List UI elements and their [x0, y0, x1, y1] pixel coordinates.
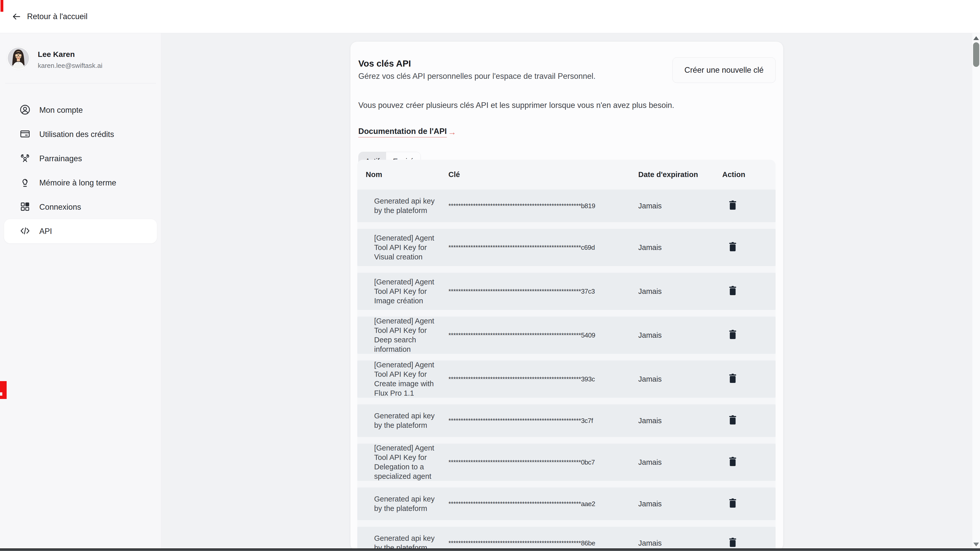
api-keys-card: Vos clés API Gérez vos clés API personne…: [350, 41, 783, 551]
page-subtitle: Gérez vos clés API personnelles pour l'e…: [358, 71, 596, 82]
table-row: [Generated] Agent Tool API Key for Deep …: [357, 317, 776, 354]
key-action-cell: [714, 373, 776, 385]
delete-key-button[interactable]: [729, 329, 737, 340]
key-name-cell: [Generated] Agent Tool API Key for Deleg…: [357, 443, 440, 481]
table-row: Generated api key by the plateform******…: [357, 527, 776, 551]
key-expiration-cell: Jamais: [630, 202, 714, 210]
trash-icon: [729, 381, 737, 385]
key-expiration-cell: Jamais: [630, 458, 714, 467]
bottom-screen-edge: [0, 548, 980, 551]
delete-key-button[interactable]: [729, 286, 737, 296]
scroll-down-arrow-icon[interactable]: [974, 543, 979, 546]
key-value-cell: ****************************************…: [440, 375, 630, 383]
column-header-nom: Nom: [357, 170, 440, 179]
table-row: [Generated] Agent Tool API Key for Image…: [357, 273, 776, 310]
key-name-cell: [Generated] Agent Tool API Key for Deep …: [357, 316, 440, 354]
trash-icon: [729, 337, 737, 341]
column-header-action: Action: [714, 170, 776, 179]
column-header-cl-: Clé: [440, 170, 630, 179]
trash-icon: [729, 208, 737, 211]
trash-icon: [729, 464, 737, 468]
sidebar-item-label: Connexions: [39, 203, 81, 212]
key-name-cell: Generated api key by the plateform: [357, 494, 440, 513]
keys-table-panel: NomCléDate d'expirationAction Generated …: [357, 160, 776, 551]
sidebar-item-label: Mémoire à long terme: [39, 178, 116, 187]
sidebar-item-connexions[interactable]: Connexions: [4, 195, 157, 219]
grid-apps-icon: [19, 201, 30, 213]
key-expiration-cell: Jamais: [630, 416, 714, 425]
key-name-cell: Generated api key by the plateform: [357, 534, 440, 551]
sidebar-item-label: API: [39, 227, 52, 236]
back-to-home-button[interactable]: Retour à l'accueil: [11, 0, 88, 33]
red-marker-left: [0, 381, 6, 399]
table-row: [Generated] Agent Tool API Key for Creat…: [357, 360, 776, 398]
avatar-illustration: [8, 48, 29, 69]
delete-key-button[interactable]: [729, 537, 737, 548]
key-expiration-cell: Jamais: [630, 243, 714, 252]
column-header-date-d-expiration: Date d'expiration: [630, 170, 714, 179]
sidebar-item-parrainages[interactable]: Parrainages: [4, 146, 157, 171]
key-action-cell: [714, 241, 776, 253]
scroll-up-arrow-icon[interactable]: [974, 36, 979, 40]
profile-section: Lee Karen karen.lee@swiftask.ai: [0, 33, 161, 83]
api-doc-link[interactable]: Documentation de l'API: [358, 127, 447, 138]
sidebar-item-mon-compte[interactable]: Mon compte: [4, 98, 157, 122]
delete-key-button[interactable]: [729, 498, 737, 509]
code-icon: [19, 225, 30, 238]
key-action-cell: [714, 498, 776, 510]
table-row: [Generated] Agent Tool API Key for Deleg…: [357, 444, 776, 481]
referrals-people-icon: [19, 152, 30, 165]
table-row: [Generated] Agent Tool API Key for Visua…: [357, 229, 776, 266]
key-expiration-cell: Jamais: [630, 331, 714, 340]
delete-key-button[interactable]: [729, 415, 737, 426]
sidebar-item-label: Utilisation des crédits: [39, 130, 114, 139]
key-action-cell: [714, 456, 776, 468]
red-marker-top: [0, 0, 3, 12]
key-action-cell: [714, 329, 776, 341]
delete-key-button[interactable]: [729, 456, 737, 467]
table-row: Generated api key by the plateform******…: [357, 404, 776, 437]
key-value-cell: ****************************************…: [440, 202, 630, 210]
credit-card-icon: [19, 128, 30, 141]
sidebar-item-label: Parrainages: [39, 154, 82, 163]
arrow-right-icon: →: [448, 127, 456, 137]
table-row: Generated api key by the plateform******…: [357, 189, 776, 222]
table-header: NomCléDate d'expirationAction: [357, 160, 776, 189]
key-name-cell: [Generated] Agent Tool API Key for Visua…: [357, 233, 440, 262]
sidebar-item-api[interactable]: API: [4, 219, 157, 243]
trash-icon: [729, 422, 737, 426]
sidebar-item-utilisation-des-cr-dits[interactable]: Utilisation des crédits: [4, 122, 157, 146]
delete-key-button[interactable]: [729, 373, 737, 384]
keys-note: Vous pouvez créer plusieurs clés API et …: [358, 101, 776, 110]
key-name-cell: Generated api key by the plateform: [357, 197, 440, 215]
avatar: [6, 46, 30, 70]
user-circle-icon: [19, 104, 30, 116]
trash-icon: [729, 293, 737, 297]
trash-icon: [729, 506, 737, 510]
key-expiration-cell: Jamais: [630, 500, 714, 508]
key-expiration-cell: Jamais: [630, 375, 714, 383]
trash-icon: [729, 545, 737, 549]
key-value-cell: ****************************************…: [440, 417, 630, 425]
key-name-cell: [Generated] Agent Tool API Key for Image…: [357, 277, 440, 306]
user-name: Lee Karen: [38, 50, 75, 59]
table-body: Generated api key by the plateform******…: [357, 189, 776, 551]
create-key-button[interactable]: Créer une nouvelle clé: [673, 57, 776, 83]
delete-key-button[interactable]: [729, 200, 737, 211]
key-expiration-cell: Jamais: [630, 287, 714, 295]
delete-key-button[interactable]: [729, 241, 737, 252]
key-value-cell: ****************************************…: [440, 539, 630, 547]
key-name-cell: Generated api key by the plateform: [357, 411, 440, 430]
sidebar-item-m-moire-long-terme[interactable]: Mémoire à long terme: [4, 171, 157, 195]
sidebar-nav: Mon compteUtilisation des créditsParrain…: [4, 98, 157, 243]
sidebar-item-label: Mon compte: [39, 106, 83, 115]
key-value-cell: ****************************************…: [440, 458, 630, 466]
scrollbar-thumb[interactable]: [973, 42, 979, 67]
key-value-cell: ****************************************…: [440, 287, 630, 295]
back-label: Retour à l'accueil: [27, 12, 88, 21]
key-value-cell: ****************************************…: [440, 244, 630, 251]
trash-icon: [729, 249, 737, 253]
key-value-cell: ****************************************…: [440, 500, 630, 508]
key-action-cell: [714, 200, 776, 212]
vertical-scrollbar[interactable]: [972, 33, 980, 548]
